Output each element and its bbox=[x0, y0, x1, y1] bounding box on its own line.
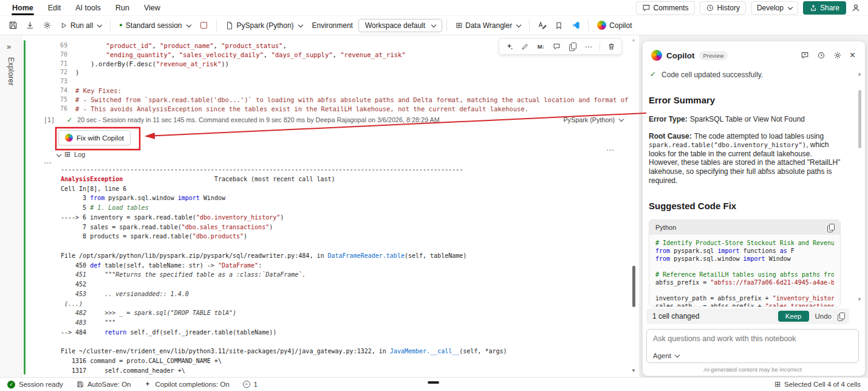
expand-explorer-icon[interactable]: » bbox=[7, 43, 11, 50]
menu-tab-home[interactable]: Home bbox=[5, 2, 41, 14]
cell-kernel-label: PySpark (Python) bbox=[563, 116, 615, 123]
menu-tab-run[interactable]: Run bbox=[108, 2, 137, 14]
delete-cell-icon[interactable] bbox=[607, 42, 616, 51]
stop-session-icon[interactable] bbox=[196, 18, 212, 33]
autosave-toggle[interactable]: AutoSave: On bbox=[77, 381, 131, 388]
scroll-up-icon[interactable]: ▲ bbox=[857, 72, 862, 77]
more-options-icon[interactable]: ⋯ bbox=[584, 42, 593, 51]
comment-icon[interactable] bbox=[552, 42, 561, 51]
magic-wand-icon[interactable] bbox=[505, 42, 514, 51]
scroll-up-icon[interactable]: ▲ bbox=[631, 38, 636, 43]
history-button[interactable]: History bbox=[700, 1, 746, 15]
close-icon[interactable]: × bbox=[850, 50, 855, 60]
fix-with-copilot-label: Fix with Copilot bbox=[77, 134, 124, 142]
environment-button[interactable]: Environment bbox=[308, 19, 357, 32]
develop-button[interactable]: Develop bbox=[751, 1, 798, 15]
session-selector[interactable]: ● Standard session bbox=[115, 19, 194, 32]
new-chat-icon[interactable] bbox=[801, 51, 809, 60]
code-text: # - This avoids AnalysisException since … bbox=[75, 105, 528, 114]
error-count-value: 1 bbox=[254, 381, 258, 388]
copilot-input-box[interactable]: Agent bbox=[646, 329, 859, 363]
taskbar-hint-bar bbox=[428, 381, 439, 384]
cell-kernel-selector[interactable]: PySpark (Python) bbox=[563, 116, 623, 123]
code-language-label: Python bbox=[655, 224, 676, 231]
fix-with-copilot-button[interactable]: Fix with Copilot bbox=[58, 130, 131, 145]
settings-gear-icon[interactable] bbox=[833, 51, 842, 60]
copilot-icon bbox=[65, 134, 73, 142]
execution-count: [1] bbox=[44, 117, 55, 123]
line-number: 70 bbox=[22, 50, 75, 60]
agent-selector[interactable]: Agent bbox=[653, 352, 679, 359]
code-text: ).orderBy(F.desc("revenue_at_risk")) bbox=[75, 60, 229, 69]
history-icon[interactable] bbox=[817, 51, 825, 60]
data-wrangler-button[interactable]: ⊞ Data Wrangler bbox=[451, 19, 525, 32]
log-label: Log bbox=[74, 151, 85, 158]
divider bbox=[216, 20, 217, 31]
copilot-input[interactable] bbox=[647, 330, 858, 350]
session-ready-label: Session ready bbox=[19, 381, 63, 388]
output-line: File ~/cluster-env/trident_env/lib/pytho… bbox=[61, 347, 632, 356]
cell-grid-icon: ⊞ bbox=[774, 381, 781, 388]
run-all-button[interactable]: Run all bbox=[56, 19, 106, 32]
grid-icon: ⊞ bbox=[64, 151, 70, 158]
code-line: 74# Key Fixes: bbox=[22, 86, 630, 95]
more-options-icon[interactable]: ⋯ bbox=[606, 146, 615, 154]
output-line: 452 bbox=[61, 280, 632, 289]
cell-toolbar: M↓ ⋯ bbox=[499, 38, 622, 55]
more-options-icon[interactable]: ⋯ bbox=[44, 159, 52, 167]
account-icon[interactable] bbox=[851, 3, 861, 13]
suggested-code-line: sales_path = abfss_prefix + "sales_trans… bbox=[655, 302, 834, 306]
cells-changed-label: 1 cell changed bbox=[652, 312, 699, 320]
copilot-completions-toggle[interactable]: Copilot completions: On bbox=[144, 381, 229, 388]
menu-tab-edit[interactable]: Edit bbox=[41, 2, 69, 14]
output-line: ----------------------------------------… bbox=[61, 165, 632, 175]
comments-button[interactable]: Comments bbox=[636, 1, 695, 15]
output-line: ----> 6 inventory = spark.read.table("db… bbox=[61, 213, 632, 223]
output-line: (...) bbox=[61, 299, 632, 309]
menu-bar: Home Edit AI tools Run View Comments His… bbox=[0, 0, 868, 16]
copy-diff-icon[interactable] bbox=[838, 313, 844, 320]
success-check-icon: ✓ bbox=[67, 117, 72, 123]
keep-button[interactable]: Keep bbox=[778, 311, 809, 322]
output-line: Cell In[8], line 6 bbox=[61, 184, 632, 194]
edit-text-icon[interactable] bbox=[534, 18, 550, 33]
suggested-code-lines: # Identify Product-Store Stockout Risk a… bbox=[649, 235, 840, 306]
chevron-down-icon bbox=[619, 117, 624, 122]
export-icon[interactable] bbox=[22, 18, 38, 33]
menu-tab-ai-tools[interactable]: AI tools bbox=[68, 2, 108, 14]
markdown-icon[interactable]: M↓ bbox=[536, 42, 545, 51]
copy-cell-icon[interactable] bbox=[568, 42, 577, 51]
save-icon[interactable] bbox=[5, 18, 21, 33]
suggested-code-block: Python # Identify Product-Store Stockout… bbox=[649, 220, 841, 307]
scroll-down-icon[interactable]: ▼ bbox=[631, 369, 636, 373]
status-bar: ✓ Session ready AutoSave: On Copilot com… bbox=[0, 377, 868, 391]
menu-tab-view[interactable]: View bbox=[137, 2, 168, 14]
grid-icon: ⊞ bbox=[456, 21, 462, 29]
error-count[interactable]: × 1 bbox=[243, 381, 258, 388]
explorer-label[interactable]: Explorer bbox=[7, 57, 15, 86]
share-button[interactable]: Share bbox=[803, 1, 846, 15]
code-line: 71 ).orderBy(F.desc("revenue_at_risk")) bbox=[22, 60, 630, 69]
code-text: # Key Fixes: bbox=[75, 86, 121, 95]
vscode-icon[interactable] bbox=[568, 18, 584, 33]
language-selector[interactable]: PySpark (Python) bbox=[221, 19, 307, 32]
divider bbox=[446, 20, 447, 31]
undo-button[interactable]: Undo bbox=[815, 313, 832, 320]
copilot-panel-footer: 1 cell changed Keep Undo Agent AI-genera… bbox=[643, 308, 865, 373]
copilot-label: Copilot bbox=[609, 21, 632, 30]
comment-icon bbox=[642, 4, 651, 12]
scroll-down-icon[interactable]: ▼ bbox=[857, 297, 862, 302]
log-section-toggle[interactable]: ⊞ Log bbox=[57, 151, 85, 158]
bookmark-icon[interactable] bbox=[551, 18, 567, 33]
vertical-scrollbar-thumb[interactable] bbox=[632, 266, 635, 307]
session-ready-status: ✓ Session ready bbox=[7, 381, 63, 389]
selection-label: Selected Cell 4 of 4 cells bbox=[784, 381, 861, 388]
error-type-label: Error Type: bbox=[649, 115, 688, 123]
cells-changed-bar: 1 cell changed Keep Undo bbox=[646, 308, 849, 324]
edit-pen-icon[interactable] bbox=[521, 42, 530, 51]
copy-code-icon[interactable] bbox=[827, 224, 834, 232]
copilot-toolbar-button[interactable]: Copilot bbox=[593, 18, 636, 32]
vertical-scrollbar-thumb[interactable] bbox=[858, 90, 861, 148]
settings-gear-icon[interactable] bbox=[39, 18, 55, 33]
workspace-selector[interactable]: Workspace default bbox=[358, 19, 442, 32]
